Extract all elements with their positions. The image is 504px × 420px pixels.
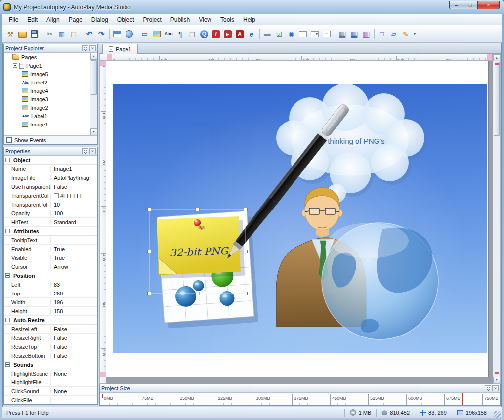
pencil-tool-icon[interactable]: ✎ xyxy=(400,28,412,41)
pin-icon[interactable] xyxy=(82,148,88,154)
select-object-icon[interactable]: □ xyxy=(376,28,388,41)
menu-object[interactable]: Object xyxy=(113,15,139,24)
property-row[interactable]: ResizeTop False xyxy=(4,342,97,351)
scroll-up-icon[interactable]: ▲ xyxy=(90,53,97,60)
pin-icon[interactable] xyxy=(485,385,491,391)
design-page[interactable]: I'm thinking of PNG's xyxy=(106,61,489,377)
print-object-icon[interactable]: ▤ xyxy=(186,28,198,41)
property-group-object[interactable]: Object xyxy=(4,156,97,165)
datagrid-object-icon[interactable]: ▥ xyxy=(360,28,372,41)
globe-graphic[interactable] xyxy=(322,223,438,339)
menu-align[interactable]: Align xyxy=(42,15,64,24)
combobox-object-icon[interactable]: ▾ xyxy=(309,28,321,41)
close-icon[interactable]: × xyxy=(89,45,96,51)
collapse-icon[interactable] xyxy=(5,229,10,233)
property-row[interactable]: Width 196 xyxy=(4,298,97,307)
undo-icon[interactable]: ↶ xyxy=(84,28,95,41)
property-row[interactable]: TransparentTol 10 xyxy=(4,200,97,209)
show-events-checkbox[interactable] xyxy=(6,137,12,143)
canvas-scrollbar[interactable]: ▲ ▼ xyxy=(493,54,501,384)
property-group-attributes[interactable]: Attributes xyxy=(4,227,97,236)
grid-object-icon[interactable]: ▦ xyxy=(336,28,348,41)
tree-scrollbar[interactable]: ▲ ▼ xyxy=(90,53,97,135)
property-row[interactable]: ResizeLeft False xyxy=(4,325,97,334)
save-project-icon[interactable] xyxy=(28,28,40,41)
menu-project[interactable]: Project xyxy=(138,15,166,24)
property-row[interactable]: Opacity 100 xyxy=(4,209,97,218)
sticky-note[interactable]: 32-bit PNG xyxy=(157,216,245,279)
property-row[interactable]: ResizeRight False xyxy=(4,334,97,342)
tree-item-image2[interactable]: Image2 xyxy=(4,103,90,112)
menu-edit[interactable]: Edit xyxy=(23,15,42,24)
scroll-thumb[interactable] xyxy=(494,62,500,136)
menu-publish[interactable]: Publish xyxy=(166,15,194,24)
open-project-icon[interactable] xyxy=(16,28,28,41)
video-object-icon[interactable]: ▸ xyxy=(222,28,234,41)
redo-icon[interactable]: ↷ xyxy=(95,28,107,41)
collapse-icon[interactable] xyxy=(5,318,10,322)
tree-item-image1[interactable]: Image1 xyxy=(4,120,90,128)
title-bar[interactable]: My Project.autoplay - AutoPlay Media Stu… xyxy=(3,0,439,14)
property-group-position[interactable]: Position xyxy=(4,271,97,280)
property-row[interactable]: UseTransparent False xyxy=(4,182,97,191)
property-row[interactable]: Enabled True xyxy=(4,245,97,253)
image-object-icon[interactable] xyxy=(151,28,163,41)
radio-object-icon[interactable]: ◉ xyxy=(285,28,297,41)
property-row[interactable]: TransparentCol #FFFFFF xyxy=(4,191,97,200)
collapse-icon[interactable] xyxy=(5,273,10,278)
tree-item-image3[interactable]: Image3 xyxy=(4,95,90,103)
property-row[interactable]: TooltipText xyxy=(4,236,97,245)
label-object-icon[interactable]: Abc xyxy=(163,28,174,41)
menu-help[interactable]: Help xyxy=(239,15,260,24)
listbox-object-icon[interactable]: ≡ xyxy=(321,28,333,41)
property-group-sounds[interactable]: Sounds xyxy=(4,360,97,369)
property-row[interactable]: Cursor Arrow xyxy=(4,262,97,271)
paragraph-object-icon[interactable]: ¶ xyxy=(174,28,186,41)
tab-page1[interactable]: Page1 xyxy=(102,44,138,54)
collapse-icon[interactable] xyxy=(6,55,10,59)
project-explorer-header[interactable]: Project Explorer × xyxy=(4,44,97,53)
collapse-icon[interactable] xyxy=(13,63,17,68)
flash-object-icon[interactable]: f xyxy=(210,28,222,41)
menu-file[interactable]: File xyxy=(4,15,23,24)
tree-item-label1[interactable]: Abc Label1 xyxy=(4,112,90,120)
property-row[interactable]: Visible True xyxy=(4,253,97,262)
button-object-icon[interactable]: ▭ xyxy=(139,28,151,41)
property-group-auto-resize[interactable]: Auto-Resize xyxy=(4,316,97,325)
pushbutton-object-icon[interactable]: ▬ xyxy=(261,28,273,41)
menu-dialog[interactable]: Dialog xyxy=(87,15,113,24)
menu-page[interactable]: Page xyxy=(64,15,87,24)
web-object-icon[interactable]: e xyxy=(246,28,257,41)
table-object-icon[interactable]: ▦ xyxy=(348,28,360,41)
close-icon[interactable]: × xyxy=(492,385,499,391)
close-icon[interactable]: × xyxy=(89,148,96,154)
maximize-button[interactable]: □ xyxy=(463,1,477,9)
tree-item-page1[interactable]: Page1 xyxy=(4,61,90,70)
property-row[interactable]: Height 158 xyxy=(4,307,97,316)
property-row[interactable]: Left 83 xyxy=(4,280,97,289)
minimize-button[interactable]: – xyxy=(449,1,463,9)
property-row[interactable]: ClickFile xyxy=(4,396,97,404)
property-row[interactable]: Name Image1 xyxy=(4,165,97,173)
color-swatch[interactable] xyxy=(54,193,59,198)
project-settings-icon[interactable]: ⚒ xyxy=(4,28,16,41)
copy-icon[interactable]: ▥ xyxy=(56,28,68,41)
scroll-up-icon[interactable]: ▲ xyxy=(493,54,500,61)
checkbox-object-icon[interactable]: ☑ xyxy=(273,28,285,41)
pin-icon[interactable] xyxy=(82,45,88,51)
pencil-dropdown-icon[interactable]: ▾ xyxy=(412,28,418,41)
project-size-header[interactable]: Project Size × xyxy=(100,384,500,393)
preview-web-icon[interactable] xyxy=(123,28,135,41)
properties-header[interactable]: Properties × xyxy=(4,147,97,156)
property-row[interactable]: HighlightSounc None xyxy=(4,369,97,378)
property-row[interactable]: HitTest Standard xyxy=(4,218,97,227)
cut-icon[interactable]: ✂ xyxy=(44,28,56,41)
tree-item-pages[interactable]: Pages xyxy=(4,53,90,61)
close-button[interactable]: × xyxy=(477,1,500,9)
tree-item-image4[interactable]: Image4 xyxy=(4,86,90,95)
paste-icon[interactable]: ▤ xyxy=(68,28,80,41)
resize-grip[interactable] xyxy=(494,411,501,418)
property-row[interactable]: ClickSound None xyxy=(4,387,97,396)
menu-tools[interactable]: Tools xyxy=(216,15,239,24)
marquee-select-icon[interactable]: ▱ xyxy=(388,28,400,41)
